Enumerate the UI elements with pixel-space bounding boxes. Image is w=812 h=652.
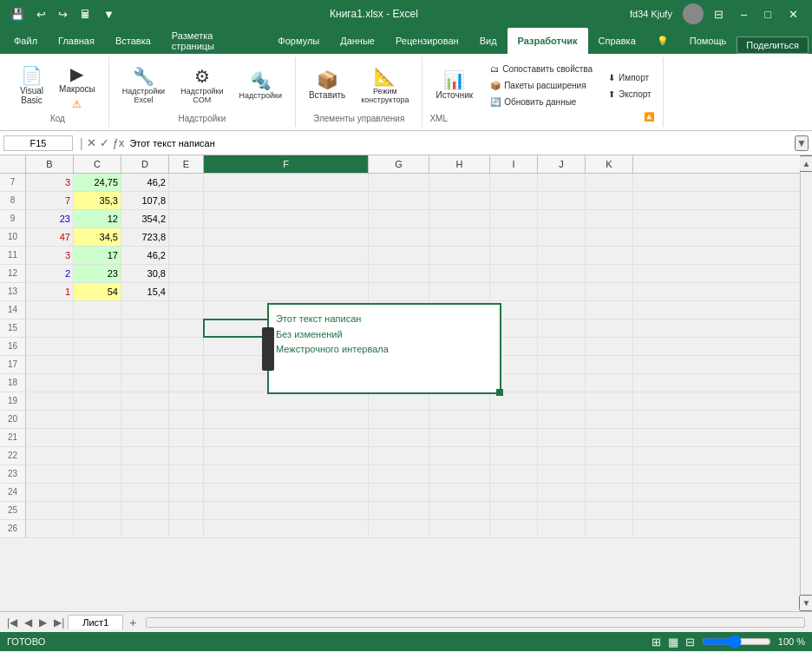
row-header[interactable]: 14 bbox=[0, 301, 26, 319]
share-button[interactable]: Поделиться bbox=[737, 36, 809, 54]
table-cell[interactable] bbox=[538, 174, 586, 191]
restore-button[interactable]: □ bbox=[757, 4, 778, 24]
table-cell[interactable] bbox=[538, 447, 586, 464]
last-sheet-btn[interactable]: ▶| bbox=[50, 615, 68, 630]
tab-lightbulb[interactable]: 💡 bbox=[646, 28, 679, 54]
row-header[interactable]: 18 bbox=[0, 374, 26, 392]
map-properties-button[interactable]: 🗂 Сопоставить свойства bbox=[486, 62, 597, 76]
tab-home[interactable]: Главная bbox=[48, 28, 105, 54]
table-cell[interactable] bbox=[429, 447, 490, 464]
page-layout-btn[interactable]: ▦ bbox=[668, 636, 678, 649]
table-cell[interactable] bbox=[586, 465, 633, 483]
table-cell[interactable] bbox=[369, 411, 429, 428]
row-header[interactable]: 26 bbox=[0, 520, 26, 537]
table-cell[interactable]: 107,8 bbox=[121, 192, 169, 209]
table-cell[interactable]: 46,2 bbox=[121, 174, 169, 191]
table-cell[interactable] bbox=[169, 502, 204, 519]
row-header[interactable]: 9 bbox=[0, 210, 26, 227]
table-cell[interactable] bbox=[490, 210, 538, 227]
table-cell[interactable] bbox=[490, 283, 538, 300]
table-cell[interactable] bbox=[490, 247, 538, 264]
insert-function-btn[interactable]: ƒx bbox=[113, 136, 125, 149]
table-cell[interactable] bbox=[169, 338, 204, 355]
table-cell[interactable] bbox=[586, 447, 633, 464]
row-header[interactable]: 25 bbox=[0, 502, 26, 519]
prev-sheet-btn[interactable]: ◀ bbox=[21, 615, 36, 630]
table-cell[interactable] bbox=[204, 392, 369, 410]
row-header[interactable]: 16 bbox=[0, 338, 26, 355]
floating-textbox[interactable]: Этот текст написан Без изменений Межстро… bbox=[267, 303, 501, 394]
table-cell[interactable] bbox=[490, 228, 538, 246]
table-cell[interactable] bbox=[169, 374, 204, 392]
table-cell[interactable] bbox=[204, 174, 369, 191]
table-cell[interactable] bbox=[26, 447, 74, 464]
table-cell[interactable] bbox=[490, 520, 538, 537]
undo-button[interactable]: ↩ bbox=[33, 6, 49, 23]
table-cell[interactable] bbox=[429, 429, 490, 446]
addins-button[interactable]: 🔩 Надстройки bbox=[233, 68, 288, 104]
table-cell[interactable] bbox=[26, 356, 74, 373]
normal-view-btn[interactable]: ⊞ bbox=[652, 636, 661, 649]
import-button[interactable]: ⬇ Импорт bbox=[604, 70, 656, 85]
table-cell[interactable] bbox=[121, 520, 169, 537]
table-cell[interactable]: 17 bbox=[74, 247, 121, 264]
table-cell[interactable] bbox=[169, 520, 204, 537]
table-cell[interactable] bbox=[204, 283, 369, 300]
export-button[interactable]: ⬆ Экспорт bbox=[604, 87, 656, 102]
table-cell[interactable]: 2 bbox=[26, 265, 74, 282]
calculator-icon[interactable]: 🖩 bbox=[76, 6, 95, 23]
table-cell[interactable] bbox=[169, 192, 204, 209]
table-cell[interactable] bbox=[538, 283, 586, 300]
table-cell[interactable] bbox=[490, 411, 538, 428]
formula-input[interactable] bbox=[128, 136, 795, 150]
col-header-k[interactable]: K bbox=[586, 155, 633, 173]
table-cell[interactable] bbox=[538, 502, 586, 519]
table-cell[interactable] bbox=[369, 484, 429, 501]
table-cell[interactable] bbox=[586, 484, 633, 501]
tab-data[interactable]: Данные bbox=[330, 28, 385, 54]
table-cell[interactable]: 54 bbox=[74, 283, 121, 300]
collapse-xml-btn[interactable]: 🔼 bbox=[642, 110, 656, 123]
table-cell[interactable] bbox=[169, 411, 204, 428]
addins-excel-button[interactable]: 🔧 Надстройки Excel bbox=[116, 63, 171, 109]
table-cell[interactable] bbox=[204, 228, 369, 246]
table-cell[interactable] bbox=[369, 520, 429, 537]
table-cell[interactable] bbox=[429, 502, 490, 519]
table-cell[interactable] bbox=[586, 265, 633, 282]
tab-developer[interactable]: Разработчик bbox=[508, 28, 588, 54]
table-cell[interactable] bbox=[586, 192, 633, 209]
table-cell[interactable] bbox=[429, 247, 490, 264]
scroll-down-btn[interactable]: ▼ bbox=[799, 595, 812, 611]
tab-help[interactable]: Справка bbox=[588, 28, 646, 54]
table-cell[interactable] bbox=[490, 429, 538, 446]
table-cell[interactable] bbox=[586, 411, 633, 428]
row-header[interactable]: 8 bbox=[0, 192, 26, 209]
table-cell[interactable] bbox=[429, 210, 490, 227]
table-cell[interactable]: 34,5 bbox=[74, 228, 121, 246]
row-header[interactable]: 21 bbox=[0, 429, 26, 446]
table-cell[interactable] bbox=[538, 319, 586, 337]
window-options-btn[interactable]: ⊟ bbox=[707, 4, 730, 24]
table-cell[interactable] bbox=[429, 411, 490, 428]
table-cell[interactable]: 1 bbox=[26, 283, 74, 300]
table-cell[interactable] bbox=[538, 228, 586, 246]
formula-expand-btn[interactable]: ▼ bbox=[795, 135, 809, 151]
table-cell[interactable] bbox=[538, 484, 586, 501]
table-cell[interactable] bbox=[121, 465, 169, 483]
table-cell[interactable]: 24,75 bbox=[74, 174, 121, 191]
table-cell[interactable] bbox=[26, 520, 74, 537]
table-cell[interactable] bbox=[490, 265, 538, 282]
table-cell[interactable] bbox=[538, 392, 586, 410]
table-cell[interactable] bbox=[26, 392, 74, 410]
table-cell[interactable] bbox=[204, 247, 369, 264]
table-cell[interactable] bbox=[586, 429, 633, 446]
table-cell[interactable] bbox=[121, 429, 169, 446]
table-cell[interactable]: 354,2 bbox=[121, 210, 169, 227]
table-cell[interactable] bbox=[369, 228, 429, 246]
table-cell[interactable] bbox=[429, 392, 490, 410]
table-cell[interactable] bbox=[74, 520, 121, 537]
table-cell[interactable] bbox=[586, 247, 633, 264]
extension-packs-button[interactable]: 📦 Пакеты расширения bbox=[486, 78, 597, 93]
table-cell[interactable] bbox=[74, 319, 121, 337]
close-button[interactable]: ✕ bbox=[782, 4, 805, 24]
